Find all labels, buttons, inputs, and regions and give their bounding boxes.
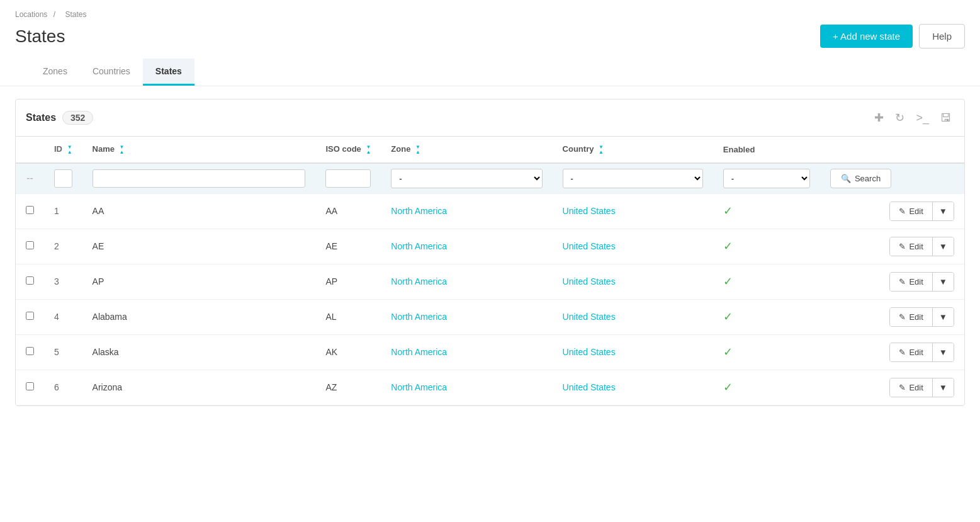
chevron-down-icon: ▼ <box>939 312 947 322</box>
edit-dropdown-button[interactable]: ▼ <box>932 378 954 397</box>
cell-zone[interactable]: North America <box>381 229 552 264</box>
col-country[interactable]: Country ▼▲ <box>553 137 713 163</box>
edit-button[interactable]: ✎ Edit <box>890 378 932 397</box>
chevron-down-icon: ▼ <box>939 242 947 251</box>
row-checkbox[interactable] <box>26 347 34 355</box>
enabled-check-icon: ✓ <box>723 275 733 288</box>
filter-zone-cell: - North America <box>381 163 552 194</box>
cell-iso: AZ <box>315 370 381 405</box>
col-zone[interactable]: Zone ▼▲ <box>381 137 552 163</box>
edit-dropdown-button[interactable]: ▼ <box>932 273 954 291</box>
cell-country[interactable]: United States <box>553 229 713 264</box>
filter-zone-select[interactable]: - North America <box>391 169 542 188</box>
filter-name-input[interactable] <box>93 169 306 188</box>
edit-button[interactable]: ✎ Edit <box>890 237 932 256</box>
edit-dropdown-button[interactable]: ▼ <box>932 237 954 256</box>
row-checkbox[interactable] <box>26 241 34 249</box>
search-button[interactable]: 🔍 Search <box>830 169 891 188</box>
search-label: Search <box>855 174 881 183</box>
cell-id: 3 <box>44 264 82 299</box>
cell-enabled: ✓ <box>713 264 820 299</box>
add-new-state-button[interactable]: + Add new state <box>820 25 913 48</box>
pencil-icon: ✎ <box>899 383 906 392</box>
states-panel: States 352 ✚ ↻ >_ 🖫 ID ▼▲ <box>15 99 965 406</box>
row-checkbox[interactable] <box>26 276 34 285</box>
col-checkbox <box>16 137 44 163</box>
cell-zone[interactable]: North America <box>381 193 552 229</box>
edit-dropdown-button[interactable]: ▼ <box>932 343 954 361</box>
filter-dash: -- <box>16 163 44 194</box>
cell-zone[interactable]: North America <box>381 334 552 370</box>
cell-country[interactable]: United States <box>553 334 713 370</box>
edit-button[interactable]: ✎ Edit <box>890 308 932 326</box>
cell-actions: ✎ Edit ▼ <box>820 264 964 299</box>
cell-iso: AL <box>315 299 381 334</box>
table-row: 5 Alaska AK North America United States … <box>16 334 964 370</box>
filter-id-input[interactable] <box>54 169 72 188</box>
cell-id: 5 <box>44 334 82 370</box>
cell-zone[interactable]: North America <box>381 370 552 405</box>
row-checkbox[interactable] <box>26 312 34 320</box>
table-row: 3 AP AP North America United States ✓ ✎ … <box>16 264 964 299</box>
pencil-icon: ✎ <box>899 207 906 216</box>
database-icon-button[interactable]: 🖫 <box>938 109 954 127</box>
cell-name: AE <box>82 229 316 264</box>
cell-enabled: ✓ <box>713 299 820 334</box>
col-id[interactable]: ID ▼▲ <box>44 137 82 163</box>
cell-name: Alabama <box>82 299 316 334</box>
edit-button[interactable]: ✎ Edit <box>890 343 932 361</box>
col-iso-code[interactable]: ISO code ▼▲ <box>315 137 381 163</box>
tab-countries[interactable]: Countries <box>80 59 143 86</box>
edit-button[interactable]: ✎ Edit <box>890 202 932 220</box>
cell-country[interactable]: United States <box>553 370 713 405</box>
edit-button[interactable]: ✎ Edit <box>890 273 932 291</box>
pencil-icon: ✎ <box>899 348 906 357</box>
states-count-badge: 352 <box>62 111 93 125</box>
cell-name: Arizona <box>82 370 316 405</box>
cell-country[interactable]: United States <box>553 299 713 334</box>
col-enabled: Enabled <box>713 137 820 163</box>
states-table: ID ▼▲ Name ▼▲ ISO code ▼▲ <box>16 137 964 406</box>
cell-enabled: ✓ <box>713 334 820 370</box>
table-row: 6 Arizona AZ North America United States… <box>16 370 964 405</box>
enabled-check-icon: ✓ <box>723 381 733 394</box>
table-row: 4 Alabama AL North America United States… <box>16 299 964 334</box>
filter-row: -- - North America <box>16 163 964 194</box>
edit-dropdown-button[interactable]: ▼ <box>932 202 954 220</box>
col-name[interactable]: Name ▼▲ <box>82 137 316 163</box>
filter-country-select[interactable]: - United States <box>563 169 703 188</box>
cell-id: 2 <box>44 229 82 264</box>
terminal-icon-button[interactable]: >_ <box>913 109 932 127</box>
filter-enabled-select[interactable]: - Yes No <box>723 169 810 188</box>
refresh-icon-button[interactable]: ↻ <box>893 108 907 127</box>
cell-country[interactable]: United States <box>553 264 713 299</box>
cell-zone[interactable]: North America <box>381 264 552 299</box>
edit-dropdown-button[interactable]: ▼ <box>932 308 954 326</box>
col-actions <box>820 137 964 163</box>
cell-zone[interactable]: North America <box>381 299 552 334</box>
panel-title-text: States <box>26 112 56 123</box>
filter-iso-input[interactable] <box>325 169 371 188</box>
add-icon-button[interactable]: ✚ <box>872 108 886 127</box>
page-title: States <box>15 26 65 47</box>
tab-states[interactable]: States <box>143 59 194 86</box>
cell-enabled: ✓ <box>713 370 820 405</box>
cell-id: 6 <box>44 370 82 405</box>
cell-actions: ✎ Edit ▼ <box>820 334 964 370</box>
row-checkbox[interactable] <box>26 206 34 214</box>
cell-enabled: ✓ <box>713 229 820 264</box>
table-row: 1 AA AA North America United States ✓ ✎ … <box>16 193 964 229</box>
pencil-icon: ✎ <box>899 242 906 251</box>
cell-country[interactable]: United States <box>553 193 713 229</box>
breadcrumb-separator: / <box>54 10 55 19</box>
filter-name-cell <box>82 163 316 194</box>
help-button[interactable]: Help <box>919 24 965 48</box>
breadcrumb-parent[interactable]: Locations <box>15 10 47 19</box>
row-checkbox[interactable] <box>26 382 34 390</box>
filter-search-cell: 🔍 Search <box>820 163 964 194</box>
tab-zones[interactable]: Zones <box>30 59 80 86</box>
table-row: 2 AE AE North America United States ✓ ✎ … <box>16 229 964 264</box>
cell-iso: AE <box>315 229 381 264</box>
enabled-check-icon: ✓ <box>723 240 733 252</box>
cell-name: Alaska <box>82 334 316 370</box>
